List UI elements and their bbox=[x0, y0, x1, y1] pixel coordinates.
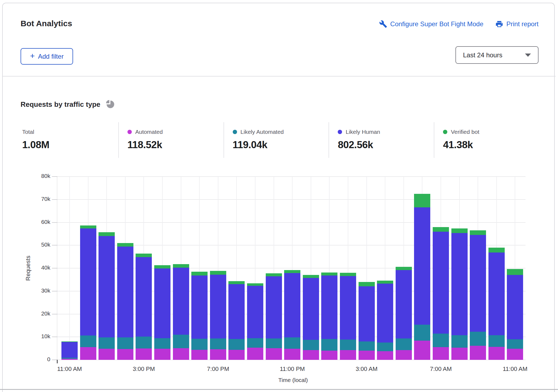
bar-column bbox=[99, 232, 115, 360]
automated-legend-dot bbox=[127, 130, 132, 134]
bar-segment-verified-bot bbox=[210, 271, 226, 275]
bar-segment-verified-bot bbox=[173, 264, 189, 268]
x-tick-label: 11:00 AM bbox=[57, 366, 82, 373]
bar-segment-likely-automated bbox=[396, 338, 412, 350]
bar-segment-likely-automated bbox=[433, 334, 449, 347]
bar-segment-automated bbox=[247, 348, 263, 360]
header-divider bbox=[2, 76, 556, 77]
stat-label-row: Likely Human bbox=[338, 129, 431, 135]
y-tick-label: 70k bbox=[17, 196, 50, 202]
bar-column bbox=[396, 267, 412, 360]
y-tick-label: 10k bbox=[17, 333, 50, 340]
stat-label: Automated bbox=[135, 129, 163, 135]
y-tick-label: 30k bbox=[17, 287, 50, 294]
bar-segment-likely-human bbox=[117, 247, 133, 337]
stat-total[interactable]: Total1.08M bbox=[21, 122, 118, 158]
bar-column bbox=[340, 273, 356, 360]
bar-segment-likely-human bbox=[377, 284, 393, 343]
configure-super-bot-fight-mode-link[interactable]: Configure Super Bot Fight Mode bbox=[379, 20, 483, 28]
bar-segment-likely-human bbox=[359, 286, 375, 341]
y-tick bbox=[52, 176, 57, 177]
bar-segment-verified-bot bbox=[80, 225, 96, 228]
bar-segment-likely-automated bbox=[321, 339, 337, 351]
bar-segment-verified-bot bbox=[340, 273, 356, 276]
bar-segment-likely-automated bbox=[507, 339, 523, 349]
bar-segment-automated bbox=[433, 347, 449, 360]
bar-column bbox=[470, 230, 486, 360]
bar-segment-automated bbox=[470, 346, 486, 360]
bar-segment-automated bbox=[228, 350, 245, 360]
bar-segment-automated bbox=[321, 351, 337, 360]
stat-likely-automated[interactable]: Likely Automated119.04k bbox=[224, 122, 329, 158]
bar-segment-automated bbox=[451, 348, 468, 360]
pie-chart-icon bbox=[105, 99, 115, 109]
bar-column bbox=[451, 228, 468, 360]
bar-segment-likely-human bbox=[61, 342, 78, 358]
y-gridline bbox=[57, 199, 526, 200]
x-tick-label: 11:00 PM bbox=[280, 366, 305, 373]
bar-segment-likely-human bbox=[136, 257, 152, 337]
y-gridline bbox=[57, 176, 526, 177]
bar-segment-likely-automated bbox=[488, 335, 505, 347]
bar-segment-likely-human bbox=[99, 236, 115, 337]
stat-verified-bot[interactable]: Verified bot41.38k bbox=[434, 122, 539, 158]
bar-segment-verified-bot bbox=[117, 243, 133, 247]
bar-column bbox=[247, 283, 263, 360]
bar-segment-likely-automated bbox=[340, 340, 356, 350]
bar-column bbox=[414, 194, 430, 360]
bar-segment-likely-human bbox=[191, 275, 208, 339]
stat-label: Likely Human bbox=[346, 129, 380, 135]
chevron-down-icon bbox=[525, 54, 531, 57]
bar-segment-likely-human bbox=[154, 268, 170, 338]
bar-segment-automated bbox=[173, 348, 189, 360]
add-filter-label: Add filter bbox=[38, 53, 64, 60]
bar-segment-likely-automated bbox=[470, 332, 486, 346]
y-tick bbox=[52, 337, 57, 337]
bar-segment-verified-bot bbox=[507, 269, 523, 275]
stat-likely-human[interactable]: Likely Human802.56k bbox=[329, 122, 434, 158]
stat-value: 802.56k bbox=[338, 139, 431, 151]
bar-segment-likely-human bbox=[451, 233, 468, 335]
y-gridline bbox=[57, 222, 526, 223]
bar-segment-automated bbox=[266, 348, 282, 360]
bar-segment-likely-human bbox=[340, 276, 356, 340]
stat-label-row: Automated bbox=[127, 129, 221, 135]
printer-icon bbox=[495, 20, 503, 28]
x-gridline bbox=[69, 177, 70, 360]
time-range-value: Last 24 hours bbox=[463, 51, 502, 59]
bar-segment-automated bbox=[377, 351, 393, 360]
stat-label-row: Likely Automated bbox=[233, 129, 326, 135]
bar-segment-automated bbox=[303, 350, 319, 360]
bar-segment-likely-human bbox=[284, 273, 300, 337]
bar-segment-automated bbox=[136, 348, 152, 360]
likely-human-legend-dot bbox=[338, 130, 342, 134]
bar-segment-likely-human bbox=[321, 275, 337, 339]
bar-column bbox=[210, 271, 226, 360]
bar-segment-verified-bot bbox=[321, 273, 337, 275]
time-range-select[interactable]: Last 24 hours bbox=[455, 46, 539, 64]
bar-column bbox=[154, 265, 170, 360]
x-tick-label: 11:00 AM bbox=[503, 366, 527, 373]
bar-segment-verified-bot bbox=[303, 275, 319, 278]
wrench-icon bbox=[379, 20, 387, 28]
bar-segment-likely-automated bbox=[266, 338, 282, 348]
add-filter-button[interactable]: + Add filter bbox=[21, 48, 73, 65]
x-tick-label: 7:00 PM bbox=[207, 366, 229, 373]
section-heading: Requests by traffic type bbox=[21, 99, 115, 109]
print-report-link[interactable]: Print report bbox=[495, 20, 539, 28]
bar-segment-verified-bot bbox=[136, 254, 152, 257]
bar-segment-likely-automated bbox=[191, 339, 208, 350]
verified-bot-legend-dot bbox=[443, 130, 447, 134]
bar-segment-automated bbox=[210, 349, 226, 360]
bar-segment-verified-bot bbox=[451, 228, 468, 233]
bar-segment-automated bbox=[359, 351, 375, 360]
y-tick bbox=[52, 360, 57, 360]
bar-segment-likely-automated bbox=[414, 325, 430, 341]
y-axis-title: Requests bbox=[25, 256, 32, 281]
bar-segment-likely-automated bbox=[247, 338, 263, 348]
y-tick-label: 50k bbox=[17, 241, 50, 248]
bar-segment-automated bbox=[99, 349, 115, 360]
stat-automated[interactable]: Automated118.52k bbox=[118, 122, 224, 158]
x-tick-label: 3:00 PM bbox=[133, 366, 155, 373]
bar-column bbox=[117, 243, 133, 360]
